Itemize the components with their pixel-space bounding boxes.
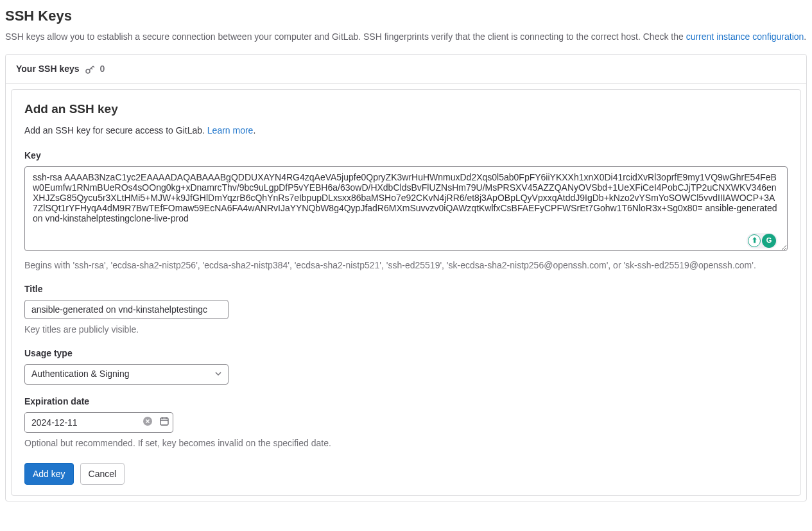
usage-type-select[interactable]: Authentication & Signing xyxy=(24,364,229,385)
page-desc-text: SSH keys allow you to establish a secure… xyxy=(5,31,686,42)
key-textarea[interactable] xyxy=(24,166,788,251)
chevron-down-icon xyxy=(215,369,221,380)
instance-config-link[interactable]: current instance configuration xyxy=(686,31,804,42)
expiration-date-field xyxy=(24,412,173,433)
title-help-text: Key titles are publicly visible. xyxy=(24,323,788,336)
title-label: Title xyxy=(24,283,788,296)
key-help-text: Begins with 'ssh-rsa', 'ecdsa-sha2-nistp… xyxy=(24,259,788,272)
ssh-keys-card: Your SSH keys 0 Add an SSH key Add an SS… xyxy=(5,54,807,501)
add-key-button[interactable]: Add key xyxy=(24,463,74,485)
add-key-card: Add an SSH key Add an SSH key for secure… xyxy=(11,89,801,496)
ssh-keys-count: 0 xyxy=(100,62,105,76)
add-key-title: Add an SSH key xyxy=(24,100,788,119)
svg-rect-2 xyxy=(160,418,168,425)
key-form-group: Key ⬆ G Begins with 'ssh-rsa', 'ecdsa-sh… xyxy=(24,149,788,272)
grammar-suggestion-icon[interactable]: ⬆ xyxy=(748,234,761,247)
learn-more-link[interactable]: Learn more xyxy=(207,125,254,135)
usage-type-value: Authentication & Signing xyxy=(31,367,130,381)
svg-point-0 xyxy=(86,69,90,73)
add-key-desc-text: Add an SSH key for secure access to GitL… xyxy=(24,125,207,135)
page-title: SSH Keys xyxy=(5,5,807,26)
calendar-button[interactable] xyxy=(156,413,173,432)
page-desc-suffix: . xyxy=(804,31,806,42)
usage-form-group: Usage type Authentication & Signing xyxy=(24,347,788,385)
cancel-button[interactable]: Cancel xyxy=(80,463,125,485)
grammarly-icon[interactable]: G xyxy=(762,234,776,248)
expiration-form-group: Expiration date xyxy=(24,395,788,450)
button-row: Add key Cancel xyxy=(24,463,788,485)
calendar-icon xyxy=(159,416,169,428)
clear-date-button[interactable] xyxy=(139,413,156,432)
close-icon xyxy=(143,416,153,428)
key-label: Key xyxy=(24,149,788,162)
card-body: Add an SSH key Add an SSH key for secure… xyxy=(6,84,806,501)
title-form-group: Title Key titles are publicly visible. xyxy=(24,283,788,336)
usage-label: Usage type xyxy=(24,347,788,360)
page-description: SSH keys allow you to establish a secure… xyxy=(5,30,807,44)
add-key-desc: Add an SSH key for secure access to GitL… xyxy=(24,124,788,137)
key-icon xyxy=(85,64,95,74)
expiration-label: Expiration date xyxy=(24,395,788,408)
title-input[interactable] xyxy=(24,300,229,319)
add-key-desc-suffix: . xyxy=(253,125,255,135)
ssh-keys-header-title: Your SSH keys xyxy=(16,62,80,76)
expiration-help-text: Optional but recommended. If set, key be… xyxy=(24,437,788,450)
ssh-keys-header: Your SSH keys 0 xyxy=(6,55,806,84)
grammarly-widget: ⬆ G xyxy=(747,233,777,248)
expiration-date-input[interactable] xyxy=(25,413,139,431)
